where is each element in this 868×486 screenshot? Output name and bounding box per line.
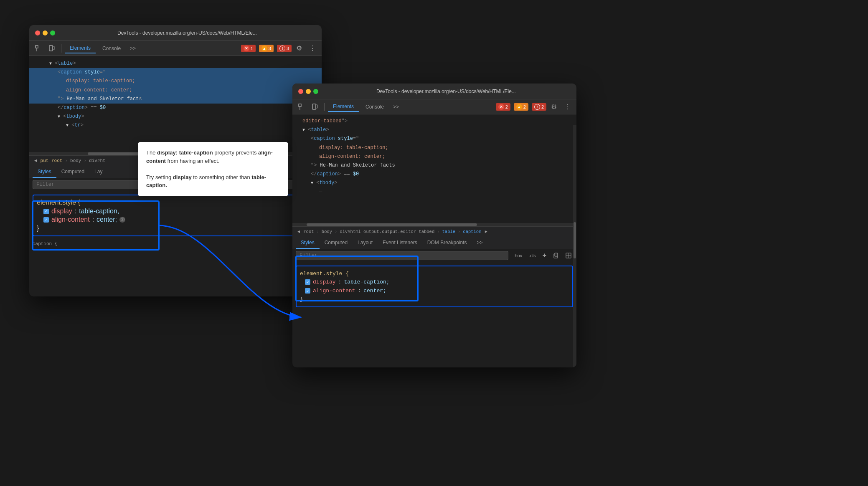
breadcrumb-2: ◄ root › body › div#html-output.output.e… [292, 226, 576, 237]
more-icon-1[interactable]: ⋮ [307, 43, 318, 54]
checkbox-align-1[interactable] [43, 217, 49, 223]
vertical-scrollbar-2[interactable] [573, 125, 576, 367]
devtools-window-2: DevTools - developer.mozilla.org/en-US/d… [292, 84, 576, 367]
breadcrumb-back-1[interactable]: ◄ [33, 158, 39, 163]
badge-error-2: ✕ 2 [496, 103, 510, 111]
settings-icon-2[interactable]: ⚙ [548, 101, 560, 113]
tree-line-editor[interactable]: editor-tabbed"> [292, 117, 576, 126]
filter-input-2[interactable] [296, 251, 508, 260]
svg-point-5 [51, 50, 51, 51]
tab-layout-2[interactable]: Layout [353, 237, 378, 249]
info-icon-badge-2: ! [534, 104, 540, 110]
style-prop-display-2: display : table-caption; [300, 278, 569, 286]
breadcrumb-forward-2[interactable]: ► [483, 229, 489, 234]
tab-event-2[interactable]: Event Listeners [378, 237, 422, 249]
inspect-element-icon[interactable] [564, 251, 573, 260]
tree-line-caption-text[interactable]: "> He-Man and Skeletor facts [29, 95, 322, 104]
tab-styles-1[interactable]: Styles [33, 166, 56, 178]
panel-tabs-2: Styles Computed Layout Event Listeners D… [292, 237, 576, 249]
scrollbar-thumb-2[interactable] [307, 223, 477, 226]
tree-line-tbody[interactable]: ▼ <tbody> [29, 112, 322, 121]
tree-line-align-2[interactable]: align-content: center; [292, 152, 576, 161]
tab-more-2[interactable]: >> [391, 102, 401, 111]
svg-rect-0 [36, 46, 38, 48]
window-1-toolbar: Elements Console >> ✕ 1 ▲ 3 ! 3 ⚙ ⋮ [29, 41, 322, 56]
crumb-root-2[interactable]: root [302, 228, 315, 235]
copy-styles-icon[interactable] [551, 251, 561, 260]
add-style-button[interactable]: + [541, 251, 548, 260]
tree-line-table[interactable]: ▼ <table> [29, 59, 322, 68]
style-rule-2: element.style { display : table-caption;… [296, 266, 573, 307]
minimize-button-2[interactable] [306, 89, 311, 94]
window-1-titlebar: DevTools - developer.mozilla.org/en-US/d… [29, 25, 322, 41]
cls-button[interactable]: .cls [527, 252, 538, 259]
tab-computed-2[interactable]: Computed [320, 237, 353, 249]
tab-elements-1[interactable]: Elements [65, 43, 96, 53]
tree-line-caption-open[interactable]: <caption style=" [29, 68, 322, 77]
tree-line-align[interactable]: align-content: center; [29, 86, 322, 95]
close-button-2[interactable] [298, 89, 303, 94]
inspect-icon[interactable] [33, 43, 44, 54]
style-prop-display-1: display: table-caption, [37, 207, 314, 215]
window-2-title: DevTools - developer.mozilla.org/en-US/d… [322, 89, 571, 94]
tooltip-text-2: Try setting display to something other t… [146, 173, 280, 190]
tab-layout-1[interactable]: Lay [89, 166, 107, 178]
tab-dom-2[interactable]: DOM Breakpoints [422, 237, 472, 249]
tree-line-table-2[interactable]: ▼ <table> [292, 126, 576, 134]
device-icon-2[interactable] [309, 101, 321, 113]
crumb-div-1[interactable]: div#ht [87, 157, 107, 164]
more-icon-2[interactable]: ⋮ [561, 101, 573, 113]
device-icon[interactable] [46, 43, 58, 54]
crumb-put-root[interactable]: put-root [39, 157, 64, 164]
svg-rect-4 [51, 46, 51, 46]
style-prop-align-1: align-content: center; ⓘ [37, 215, 314, 224]
tab-computed-1[interactable]: Computed [56, 166, 89, 178]
tree-line-display-2[interactable]: display: table-caption; [292, 144, 576, 152]
crumb-div-2[interactable]: div#html-output.output.editor-tabbed [338, 228, 436, 235]
maximize-button-2[interactable] [313, 89, 318, 94]
close-button-1[interactable] [35, 30, 40, 35]
style-rule-container-2: element.style { display : table-caption;… [292, 262, 576, 311]
tab-styles-2[interactable]: Styles [296, 237, 320, 249]
tree-line-caption-text-2[interactable]: "> He-Man and Skeletor facts [292, 161, 576, 170]
style-rule-1: element.style { display: table-caption, … [33, 195, 318, 236]
error-icon-2: ✕ [498, 104, 504, 110]
svg-rect-10 [312, 104, 316, 109]
checkbox-align-2[interactable] [305, 288, 310, 294]
svg-rect-8 [299, 104, 301, 106]
tooltip-popup: The display: table-caption property prev… [138, 142, 288, 196]
error-icon-1: ✕ [244, 46, 249, 51]
badge-warning-2: ▲ 2 [514, 103, 528, 111]
hov-button[interactable]: :hov [512, 252, 524, 259]
crumb-body-2[interactable]: body [320, 228, 334, 235]
maximize-button-1[interactable] [50, 30, 55, 35]
window-1-title: DevTools - developer.mozilla.org/en-US/d… [58, 30, 316, 36]
crumb-body-1[interactable]: body [69, 157, 83, 164]
tree-line-tbody-2[interactable]: ▼ <tbody> [292, 179, 576, 187]
tab-more-styles-2[interactable]: >> [472, 237, 488, 249]
minimize-button-1[interactable] [43, 30, 48, 35]
window-2-toolbar: Elements Console >> ✕ 2 ▲ 2 ! 2 ⚙ ⋮ [292, 99, 576, 114]
align-info-icon[interactable]: ⓘ [119, 217, 125, 223]
breadcrumb-back-2[interactable]: ◄ [296, 229, 302, 234]
inspect-icon-2[interactable] [296, 101, 307, 113]
tree-line-caption-close-2[interactable]: </caption> == $0 [292, 170, 576, 179]
checkbox-display-1[interactable] [43, 209, 49, 214]
tab-elements-2[interactable]: Elements [328, 102, 359, 112]
tree-line-display[interactable]: display: table-caption; [29, 77, 322, 86]
vertical-scrollbar-thumb-2[interactable] [574, 222, 576, 258]
crumb-caption-2[interactable]: caption [461, 228, 483, 235]
crumb-table-2[interactable]: table [441, 228, 457, 235]
tree-line-caption-close[interactable]: </caption> == $0 [29, 104, 322, 112]
tree-line-caption-open-2[interactable]: <caption style=" [292, 134, 576, 143]
horizontal-scrollbar-2[interactable] [292, 223, 576, 226]
settings-icon-1[interactable]: ⚙ [293, 43, 305, 54]
badge-info-1: ! 3 [277, 45, 292, 52]
tab-console-1[interactable]: Console [97, 44, 126, 53]
warning-icon-2: ▲ [516, 104, 522, 110]
tab-console-2[interactable]: Console [360, 102, 389, 111]
checkbox-display-2[interactable] [305, 279, 310, 285]
tab-more-1[interactable]: >> [127, 44, 138, 53]
tree-line-tr[interactable]: ▼ <tr> [29, 121, 322, 130]
badge-warning-1: ▲ 3 [259, 45, 274, 52]
